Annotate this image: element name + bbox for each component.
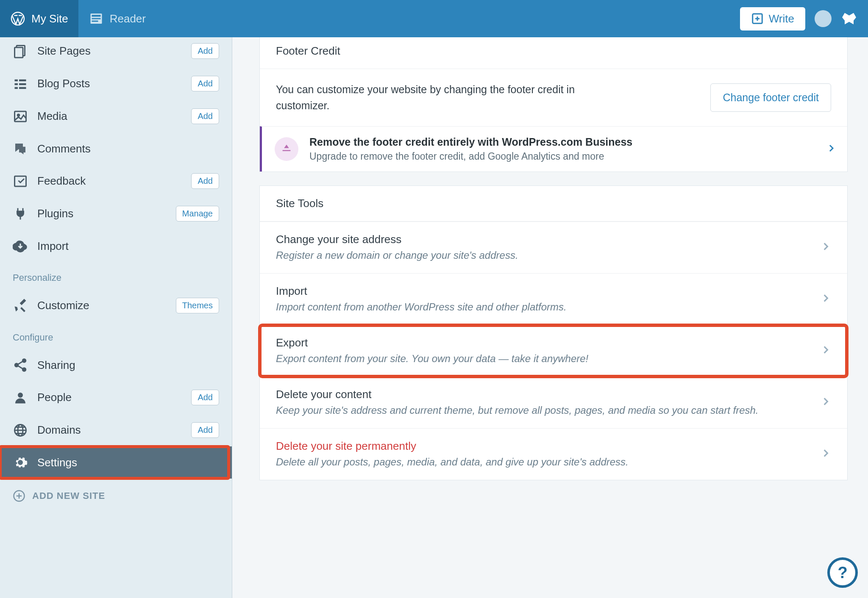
customize-icon xyxy=(13,298,28,313)
masterbar-mysite-label: My Site xyxy=(31,12,68,25)
help-icon: ? xyxy=(837,564,847,582)
sidebar-item-people[interactable]: People Add xyxy=(0,381,232,414)
sidebar-item-label: Domains xyxy=(37,424,182,437)
footer-credit-desc: You can customize your website by changi… xyxy=(276,82,623,114)
sidebar-item-label: Site Pages xyxy=(37,44,182,58)
svg-rect-3 xyxy=(92,18,100,19)
chevron-right-icon xyxy=(820,344,831,357)
sidebar-item-label: People xyxy=(37,391,182,404)
manage-button[interactable]: Manage xyxy=(176,206,219,221)
tool-delete-site[interactable]: Delete your site permanently Delete all … xyxy=(260,428,847,480)
sidebar-item-domains[interactable]: Domains Add xyxy=(0,414,232,446)
sidebar-item-blogposts[interactable]: Blog Posts Add xyxy=(0,67,232,100)
sidebar-item-label: Import xyxy=(37,240,219,253)
write-label: Write xyxy=(769,12,794,25)
media-icon xyxy=(13,109,28,124)
chevron-right-icon xyxy=(826,143,836,155)
tool-change-address[interactable]: Change your site address Register a new … xyxy=(260,221,847,273)
footer-upsell[interactable]: Remove the footer credit entirely with W… xyxy=(260,126,847,172)
people-icon xyxy=(13,390,28,405)
masterbar: My Site Reader Write xyxy=(0,0,868,37)
sidebar-item-label: Feedback xyxy=(37,174,182,188)
sidebar-item-sharing[interactable]: Sharing xyxy=(0,349,232,381)
add-button[interactable]: Add xyxy=(191,76,219,91)
sidebar-item-label: Plugins xyxy=(37,207,167,220)
tool-sub: Register a new domain or change your sit… xyxy=(276,249,810,261)
svg-rect-13 xyxy=(19,87,26,89)
masterbar-right: Write xyxy=(740,0,868,37)
site-tools-title: Site Tools xyxy=(260,186,847,221)
footer-credit-card: Footer Credit You can customize your web… xyxy=(259,37,848,172)
chevron-right-icon xyxy=(820,241,831,254)
main-content: Footer Credit You can customize your web… xyxy=(232,37,868,598)
sidebar-item-sitepages[interactable]: Site Pages Add xyxy=(0,41,232,67)
feedback-icon xyxy=(13,174,28,189)
reader-icon xyxy=(89,11,104,26)
tool-title: Delete your content xyxy=(276,388,810,401)
sidebar-item-media[interactable]: Media Add xyxy=(0,100,232,133)
plus-circle-icon xyxy=(13,490,25,502)
chevron-right-icon xyxy=(820,396,831,409)
plugins-icon xyxy=(13,206,28,221)
avatar[interactable] xyxy=(815,10,832,27)
tool-title: Delete your site permanently xyxy=(276,440,810,453)
tool-title: Export xyxy=(276,336,810,349)
upsell-icon xyxy=(275,137,298,161)
masterbar-reader-label: Reader xyxy=(110,12,146,25)
svg-rect-7 xyxy=(15,47,23,58)
import-icon xyxy=(13,238,28,254)
tool-title: Import xyxy=(276,285,810,298)
upsell-title: Remove the footer credit entirely with W… xyxy=(309,136,815,148)
add-new-site-label: ADD NEW SITE xyxy=(32,490,105,501)
tool-title: Change your site address xyxy=(276,233,810,246)
tool-sub: Keep your site's address and current the… xyxy=(276,404,810,416)
tool-delete-content[interactable]: Delete your content Keep your site's add… xyxy=(260,377,847,428)
svg-rect-8 xyxy=(15,79,18,81)
masterbar-reader[interactable]: Reader xyxy=(78,0,156,37)
help-button[interactable]: ? xyxy=(827,557,858,588)
sidebar-item-label: Customize xyxy=(37,299,167,312)
sidebar-item-plugins[interactable]: Plugins Manage xyxy=(0,197,232,230)
svg-rect-9 xyxy=(19,79,26,81)
add-button[interactable]: Add xyxy=(191,390,219,405)
wordpress-icon xyxy=(10,11,25,26)
masterbar-mysite[interactable]: My Site xyxy=(0,0,78,37)
tool-sub: Export content from your site. You own y… xyxy=(276,353,810,365)
sharing-icon xyxy=(13,357,28,373)
domains-icon xyxy=(13,423,28,438)
add-new-site[interactable]: ADD NEW SITE xyxy=(0,479,232,513)
add-button[interactable]: Add xyxy=(191,422,219,438)
change-footer-credit-button[interactable]: Change footer credit xyxy=(710,83,831,112)
posts-icon xyxy=(13,76,28,91)
write-icon xyxy=(751,12,764,25)
write-button[interactable]: Write xyxy=(740,7,805,30)
sidebar-item-settings[interactable]: Settings xyxy=(0,446,232,479)
notifications-icon[interactable] xyxy=(841,11,856,26)
tool-sub: Import content from another WordPress si… xyxy=(276,301,810,313)
svg-point-20 xyxy=(18,393,23,398)
footer-credit-title: Footer Credit xyxy=(260,37,847,69)
sidebar-item-customize[interactable]: Customize Themes xyxy=(0,289,232,322)
sidebar-item-comments[interactable]: Comments xyxy=(0,133,232,165)
chevron-right-icon xyxy=(820,293,831,305)
tool-sub: Delete all your posts, pages, media, and… xyxy=(276,456,810,468)
tool-export[interactable]: Export Export content from your site. Yo… xyxy=(260,325,847,377)
svg-rect-2 xyxy=(92,15,100,17)
add-button[interactable]: Add xyxy=(191,173,219,189)
sidebar-item-label: Blog Posts xyxy=(37,77,182,90)
svg-rect-4 xyxy=(92,21,98,22)
themes-button[interactable]: Themes xyxy=(176,298,219,313)
add-button[interactable]: Add xyxy=(191,43,219,59)
svg-rect-16 xyxy=(15,176,26,186)
add-button[interactable]: Add xyxy=(191,108,219,124)
tool-import[interactable]: Import Import content from another WordP… xyxy=(260,273,847,325)
sidebar: Site Pages Add Blog Posts Add Media Add … xyxy=(0,37,232,598)
comments-icon xyxy=(13,141,28,156)
sidebar-item-label: Sharing xyxy=(37,359,219,372)
svg-rect-12 xyxy=(15,87,18,89)
sidebar-item-import[interactable]: Import xyxy=(0,230,232,262)
sidebar-item-label: Comments xyxy=(37,142,219,155)
svg-rect-10 xyxy=(15,83,18,85)
pages-icon xyxy=(13,44,28,59)
sidebar-item-feedback[interactable]: Feedback Add xyxy=(0,165,232,197)
